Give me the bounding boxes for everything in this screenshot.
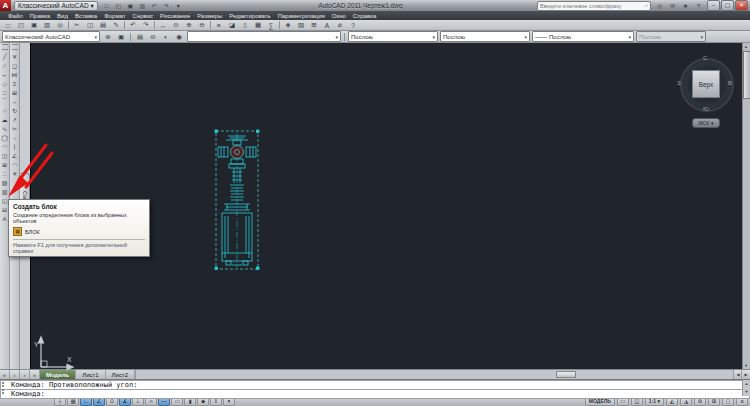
close-button[interactable]: ✕ <box>735 0 748 11</box>
minimize-button[interactable]: – <box>707 0 720 11</box>
properties-icon[interactable]: ≡ <box>213 20 225 31</box>
workspace-save-icon[interactable]: ▣ <box>115 31 127 42</box>
color-dropdown[interactable]: Послою ▾ <box>348 31 438 42</box>
layer-off-icon[interactable]: ⊘ <box>147 31 159 42</box>
workspace-dropdown[interactable]: Классический AutoCAD ▾ <box>2 31 100 42</box>
table-icon[interactable]: ⊞ <box>308 20 320 31</box>
arc-icon[interactable]: ⌒ <box>0 97 9 106</box>
maximize-button[interactable]: ▢ <box>721 0 734 11</box>
layer-properties-icon[interactable]: ▤ <box>134 31 146 42</box>
move-icon[interactable]: ↔ <box>10 97 19 106</box>
matchprops-icon[interactable]: ✎ <box>110 20 122 31</box>
menu-item-12[interactable]: Справка <box>353 13 377 19</box>
horizontal-scrollbar[interactable]: ◀ ▶ <box>135 370 750 379</box>
mirror-icon[interactable]: ⋈ <box>10 70 19 79</box>
menu-item-10[interactable]: Параметризация <box>278 13 325 19</box>
command-window-grip[interactable] <box>2 382 8 394</box>
text-icon[interactable]: A <box>321 20 333 31</box>
zoom-previous-icon[interactable]: ⊖ <box>196 20 208 31</box>
new-icon[interactable]: □ <box>101 0 112 11</box>
toolbar-grip[interactable] <box>12 44 18 50</box>
zoom-window-icon[interactable]: ⊕ <box>183 20 195 31</box>
insert-block-icon[interactable]: ◫ <box>0 151 9 160</box>
menu-item-8[interactable]: Размеры <box>197 13 222 19</box>
scroll-down-icon[interactable]: ▼ <box>743 362 749 369</box>
star-icon[interactable]: ★ <box>680 0 691 11</box>
mail-icon[interactable]: ✉ <box>667 0 678 11</box>
layer-dropdown[interactable]: ▾ <box>187 31 341 42</box>
offset-icon[interactable]: ≡ <box>10 79 19 88</box>
titlebar-workspace-dropdown[interactable]: Классический AutoCAD ▾ <box>14 1 98 11</box>
undo-icon[interactable]: ↶ <box>149 0 160 11</box>
help-icon[interactable]: ? <box>693 0 704 11</box>
linetype-dropdown[interactable]: Послою ▾ <box>440 31 530 42</box>
copy-icon[interactable]: ◻ <box>10 61 19 70</box>
viewcube[interactable]: С Ю З В Верх МСК ▾ <box>678 56 734 128</box>
viewcube-wcs-dropdown[interactable]: МСК ▾ <box>692 118 720 128</box>
make-block-icon[interactable]: ⊞ <box>0 160 9 169</box>
trim-icon[interactable]: ✂ <box>10 124 19 133</box>
next-tab-icon[interactable]: › <box>20 370 30 379</box>
layer-current-icon[interactable]: ◉ <box>173 31 185 42</box>
layout-tab-3[interactable]: Лист2 <box>106 370 135 379</box>
blockeditor-icon[interactable]: ◈ <box>282 20 294 31</box>
scroll-right-icon[interactable]: ▶ <box>741 370 750 379</box>
rotate-icon[interactable]: ↻ <box>10 106 19 115</box>
viewcube-top-face[interactable]: Верх <box>692 70 720 98</box>
autocad-logo-icon[interactable]: A <box>0 0 11 11</box>
command-prompt-line[interactable]: Команда: <box>0 389 750 399</box>
designcenter-icon[interactable]: ◪ <box>226 20 238 31</box>
search-icon[interactable]: ⌕ <box>645 2 648 9</box>
help-search-input[interactable]: Введите ключевое слово/фразу ⌕ <box>537 1 651 11</box>
layout-tab-2[interactable]: Лист1 <box>76 370 105 379</box>
workspace-settings-icon[interactable]: ⊛ <box>102 31 114 42</box>
exchange-icon[interactable]: ◎ <box>654 0 665 11</box>
viewcube-north[interactable]: С <box>703 55 707 61</box>
menu-item-5[interactable]: Формат <box>104 13 125 19</box>
copy-icon[interactable]: ◫ <box>84 20 96 31</box>
menu-item-9[interactable]: Редактировать <box>229 13 270 19</box>
command-window[interactable]: Команда: Противоположный угол: Команда: … <box>0 379 750 396</box>
menu-item-6[interactable]: Сервис <box>133 13 154 19</box>
vertical-scroll-thumb[interactable] <box>743 51 750 99</box>
extend-icon[interactable]: → <box>10 133 19 142</box>
menu-item-2[interactable]: Правка <box>30 13 50 19</box>
scroll-up-icon[interactable]: ▲ <box>743 43 749 50</box>
line-icon[interactable]: ╱ <box>0 52 9 61</box>
lineweight-dropdown[interactable]: —— Послою ▾ <box>532 31 634 42</box>
redo-icon[interactable]: ↷ <box>161 0 172 11</box>
circle-icon[interactable]: ○ <box>0 106 9 115</box>
rectangle-icon[interactable]: □ <box>0 88 9 97</box>
hatch-icon[interactable]: ▨ <box>295 20 307 31</box>
zoom-realtime-icon[interactable]: ⊙ <box>170 20 182 31</box>
vertical-scrollbar[interactable]: ▲ ▼ <box>742 43 750 369</box>
ellipse-arc-icon[interactable]: ◠ <box>0 142 9 151</box>
measure-icon[interactable]: ⌀ <box>334 20 346 31</box>
calculator-icon[interactable]: ∑ <box>265 20 277 31</box>
first-tab-icon[interactable]: « <box>0 370 10 379</box>
array-icon[interactable]: ⊞ <box>10 88 19 97</box>
undo-icon[interactable]: ↶ <box>127 20 139 31</box>
viewcube-south[interactable]: Ю <box>703 106 709 112</box>
save-icon[interactable]: ▣ <box>28 20 40 31</box>
open-icon[interactable]: ◰ <box>113 0 124 11</box>
fillet-icon[interactable]: ◠ <box>10 160 19 169</box>
preview-icon[interactable]: ◎ <box>54 20 66 31</box>
paste-icon[interactable]: ▤ <box>97 20 109 31</box>
viewcube-east[interactable]: В <box>728 80 732 86</box>
plot-icon[interactable]: ▥ <box>41 20 53 31</box>
break-icon[interactable]: ∣ <box>10 142 19 151</box>
command-scrollbar[interactable]: ▲▼ <box>742 380 750 396</box>
polygon-icon[interactable]: ◇ <box>0 79 9 88</box>
redo-icon[interactable]: ↷ <box>140 20 152 31</box>
explode-icon[interactable]: ✳ <box>10 169 19 178</box>
xline-icon[interactable]: ∕ <box>0 61 9 70</box>
spline-icon[interactable]: ∿ <box>0 124 9 133</box>
toolpalettes-icon[interactable]: ▯ <box>239 20 251 31</box>
cut-icon[interactable]: ✂ <box>71 20 83 31</box>
menu-item-1[interactable]: Файл <box>8 13 23 19</box>
layer-freeze-icon[interactable]: ◐ <box>160 31 172 42</box>
prev-tab-icon[interactable]: ‹ <box>10 370 20 379</box>
drawing-valve[interactable] <box>206 125 270 277</box>
scale-icon[interactable]: ↗ <box>10 115 19 124</box>
